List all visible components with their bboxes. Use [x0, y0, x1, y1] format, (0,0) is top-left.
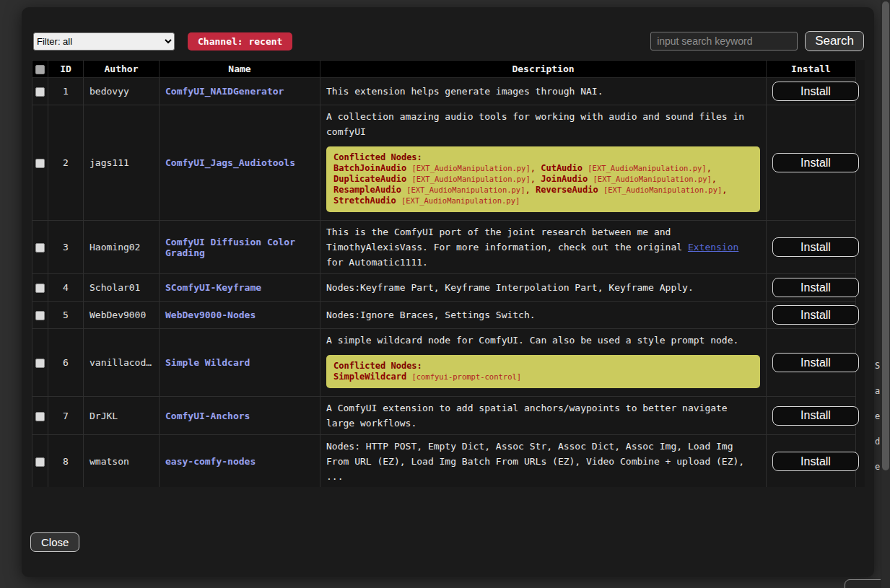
header-name: Name	[160, 61, 320, 78]
row-install-cell: Install	[767, 78, 856, 105]
conflict-node-source: [EXT_AudioManipulation.py]	[411, 175, 530, 183]
row-select-cell	[32, 329, 48, 397]
row-description: This extension helps generate images thr…	[320, 78, 767, 105]
row-checkbox[interactable]	[35, 311, 45, 320]
row-select-cell	[32, 221, 48, 274]
row-checkbox[interactable]	[35, 412, 45, 421]
conflict-box: Conflicted Nodes:BatchJoinAudio [EXT_Aud…	[326, 146, 760, 212]
install-button[interactable]: Install	[772, 153, 859, 172]
row-install-cell: Install	[767, 397, 856, 435]
row-select-cell	[32, 274, 48, 302]
conflict-node-name: CutAudio	[541, 163, 583, 173]
search-input[interactable]	[650, 32, 798, 51]
custom-nodes-table: ID Author Name Description Install 1 bed…	[32, 60, 856, 487]
row-id: 4	[48, 274, 84, 302]
row-id: 2	[48, 105, 84, 221]
row-install-cell: Install	[767, 302, 856, 329]
description-link[interactable]: Extension	[688, 242, 738, 253]
install-button[interactable]: Install	[772, 452, 859, 471]
row-name-cell: ComfyUI_Jags_Audiotools	[160, 105, 320, 221]
row-id: 1	[48, 78, 84, 105]
toolbar: Filter: all Channel: recent Search	[33, 30, 864, 52]
row-checkbox[interactable]	[35, 359, 45, 368]
install-button[interactable]: Install	[772, 82, 859, 101]
conflict-node-source: [EXT_AudioManipulation.py]	[411, 164, 530, 172]
table-row: 1 bedovyy ComfyUI_NAIDGenerator This ext…	[32, 78, 856, 105]
conflict-node-name: JoinAudio	[541, 174, 588, 184]
install-button[interactable]: Install	[772, 406, 859, 426]
conflict-node-name: StretchAudio	[333, 196, 396, 206]
row-description: Nodes:Keyframe Part, Keyframe Interpolat…	[320, 274, 767, 302]
search-button[interactable]: Search	[805, 31, 864, 51]
table-row: 3 Haoming02 ComfyUI Diffusion Color Grad…	[32, 221, 856, 274]
conflict-list: BatchJoinAudio [EXT_AudioManipulation.py…	[333, 163, 753, 206]
row-select-cell	[32, 302, 48, 329]
row-checkbox[interactable]	[35, 457, 45, 467]
conflict-node-name: SimpleWildcard	[333, 372, 406, 382]
close-button[interactable]: Close	[30, 532, 79, 552]
row-id: 6	[48, 329, 84, 397]
edge-fragment: a	[875, 386, 880, 396]
conflict-node-source: [EXT_AudioManipulation.py]	[406, 185, 525, 194]
node-name-link[interactable]: ComfyUI-Anchors	[165, 411, 250, 421]
row-install-cell: Install	[767, 105, 856, 221]
edge-fragment: S	[875, 361, 880, 371]
row-author: jags111	[84, 105, 160, 221]
install-button[interactable]: Install	[772, 237, 859, 257]
row-checkbox[interactable]	[35, 284, 45, 293]
row-author: bedovyy	[84, 78, 160, 105]
row-install-cell: Install	[767, 435, 856, 488]
page-scrollbar[interactable]	[881, 0, 890, 588]
node-name-link[interactable]: ComfyUI_Jags_Audiotools	[165, 157, 295, 168]
select-all-header	[32, 61, 48, 78]
node-name-link[interactable]: ComfyUI Diffusion Color Grading	[165, 237, 295, 258]
table-row: 2 jags111 ComfyUI_Jags_Audiotools A coll…	[32, 105, 856, 221]
row-select-cell	[32, 435, 48, 488]
row-name-cell: SComfyUI-Keyframe	[160, 274, 320, 302]
page-scrollbar-thumb[interactable]	[882, 1, 889, 470]
node-name-link[interactable]: ComfyUI_NAIDGenerator	[165, 86, 284, 97]
conflict-node-source: [EXT_AudioManipulation.py]	[603, 185, 722, 194]
row-install-cell: Install	[767, 274, 856, 302]
conflict-node-name: ResampleAudio	[333, 185, 401, 195]
node-name-link[interactable]: SComfyUI-Keyframe	[165, 282, 261, 293]
conflict-node-source: [EXT_AudioManipulation.py]	[401, 196, 520, 205]
row-description: This is the ComfyUI port of the joint re…	[320, 221, 767, 274]
row-author: wmatson	[84, 435, 160, 488]
row-checkbox[interactable]	[35, 87, 45, 97]
node-name-link[interactable]: easy-comfy-nodes	[165, 456, 256, 467]
row-name-cell: Simple Wildcard	[160, 329, 320, 397]
filter-dropdown[interactable]: Filter: all	[33, 32, 175, 51]
node-name-link[interactable]: Simple Wildcard	[165, 357, 250, 368]
conflict-box: Conflicted Nodes:SimpleWildcard [comfyui…	[326, 355, 760, 388]
install-button[interactable]: Install	[772, 353, 859, 372]
row-author: Haoming02	[84, 221, 160, 274]
channel-button[interactable]: Channel: recent	[188, 32, 292, 51]
node-name-link[interactable]: WebDev9000-Nodes	[165, 310, 256, 320]
edge-fragment: d	[875, 436, 880, 447]
conflict-node-source: [EXT_AudioManipulation.py]	[588, 164, 706, 172]
row-description: A simple wildcard node for ComfyUI. Can …	[320, 329, 767, 397]
table-row: 8 wmatson easy-comfy-nodes Nodes: HTTP P…	[32, 435, 856, 488]
header-id: ID	[48, 61, 84, 78]
install-button[interactable]: Install	[772, 278, 859, 297]
select-all-checkbox[interactable]	[35, 65, 45, 74]
row-description: A ComfyUI extension to add spatial ancho…	[320, 397, 767, 435]
row-author: Scholar01	[84, 274, 160, 302]
install-button[interactable]: Install	[772, 305, 859, 325]
row-id: 3	[48, 221, 84, 274]
table-row: 6 vanillacode… Simple Wildcard A simple …	[32, 329, 856, 397]
conflict-title: Conflicted Nodes:	[333, 361, 753, 372]
row-name-cell: ComfyUI Diffusion Color Grading	[160, 221, 320, 274]
edge-fragment: e	[875, 462, 880, 472]
row-id: 5	[48, 302, 84, 329]
nodes-table-scroll-area[interactable]: ID Author Name Description Install 1 bed…	[32, 60, 865, 487]
row-id: 8	[48, 435, 84, 488]
row-name-cell: ComfyUI_NAIDGenerator	[160, 78, 320, 105]
conflict-node-name: BatchJoinAudio	[333, 163, 406, 173]
row-select-cell	[32, 397, 48, 435]
row-checkbox[interactable]	[35, 243, 45, 253]
row-checkbox[interactable]	[35, 159, 45, 168]
conflict-list: SimpleWildcard [comfyui-prompt-control]	[333, 372, 753, 382]
row-id: 7	[48, 397, 84, 435]
